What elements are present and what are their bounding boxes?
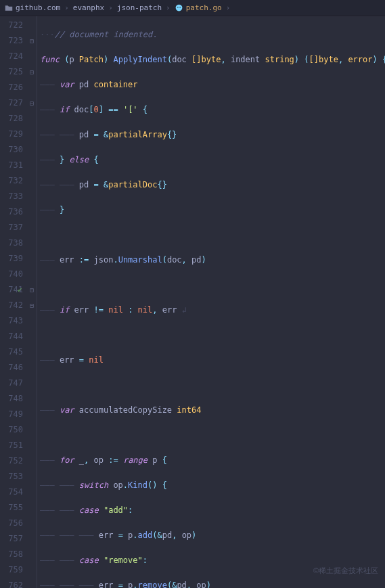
- watermark: ©稀土掘金技术社区: [313, 566, 378, 576]
- code-line[interactable]: [37, 378, 385, 393]
- line-number-gutter: 722 723 724 725 726 727 728 729 730 731 …: [0, 16, 27, 588]
- code-line[interactable]: ——— if doc[0] == '[' {: [37, 102, 385, 118]
- breadcrumb-item[interactable]: github.com ›: [4, 3, 73, 12]
- code-line[interactable]: ——— err := json.Unmarshal(doc, pd): [37, 252, 385, 268]
- code-line[interactable]: ···// document indented.: [37, 27, 385, 43]
- breadcrumb-item[interactable]: patch.go ›: [175, 3, 235, 12]
- code-line[interactable]: ——— } else {: [37, 152, 385, 168]
- breadcrumb-label: json-patch: [117, 3, 162, 12]
- code-line[interactable]: ——— err = nil: [37, 353, 385, 368]
- code-line[interactable]: ——— ——— ——— err = p.add(&pd, op): [37, 528, 385, 543]
- breadcrumb-item[interactable]: json-patch ›: [117, 3, 175, 12]
- code-line[interactable]: ——— }: [37, 202, 385, 218]
- code-line[interactable]: [37, 277, 385, 293]
- chevron-right-icon: ›: [108, 3, 113, 12]
- chevron-right-icon: ›: [166, 3, 171, 12]
- code-line[interactable]: ——— ——— pd = &partialDoc{}: [37, 177, 385, 193]
- svg-point-1: [177, 7, 179, 8]
- code-line[interactable]: ——— for _, op := range p {: [37, 453, 385, 468]
- svg-point-0: [175, 5, 182, 12]
- code-line[interactable]: ——— var accumulatedCopySize int64: [37, 403, 385, 418]
- breadcrumb-item[interactable]: evanphx ›: [73, 3, 117, 12]
- breadcrumb-label: patch.go: [186, 3, 222, 12]
- code-line[interactable]: ——— var pd container: [37, 77, 385, 93]
- go-file-icon: [175, 3, 183, 12]
- chevron-right-icon: ›: [226, 3, 231, 12]
- code-line[interactable]: ——— ——— case "add":: [37, 503, 385, 518]
- code-area[interactable]: ···// document indented. func (p Patch) …: [37, 16, 385, 588]
- folder-icon: [4, 3, 13, 12]
- svg-point-2: [179, 7, 181, 8]
- code-line[interactable]: func (p Patch) ApplyIndent(doc []byte, i…: [37, 52, 385, 68]
- breadcrumb-bar: github.com › evanphx › json-patch › patc…: [0, 0, 385, 16]
- fold-column: ⊟⊟ ⊟ ⊟⊟: [27, 16, 37, 588]
- code-line[interactable]: ——— ——— ——— err = p.remove(&pd, op): [37, 578, 385, 588]
- code-line[interactable]: [37, 227, 385, 243]
- code-line[interactable]: ——— ——— switch op.Kind() {: [37, 478, 385, 493]
- code-line[interactable]: [37, 327, 385, 343]
- code-line[interactable]: [37, 428, 385, 443]
- code-line[interactable]: ——— if err != nil : nil, err ↲: [37, 302, 385, 318]
- code-line[interactable]: ——— ——— pd = &partialArray{}: [37, 127, 385, 143]
- breadcrumb-label: github.com: [16, 3, 60, 12]
- chevron-right-icon: ›: [64, 3, 69, 12]
- code-editor[interactable]: 722 723 724 725 726 727 728 729 730 731 …: [0, 16, 385, 588]
- gutter-check-icon: ✔: [18, 286, 22, 294]
- breadcrumb-label: evanphx: [73, 3, 104, 12]
